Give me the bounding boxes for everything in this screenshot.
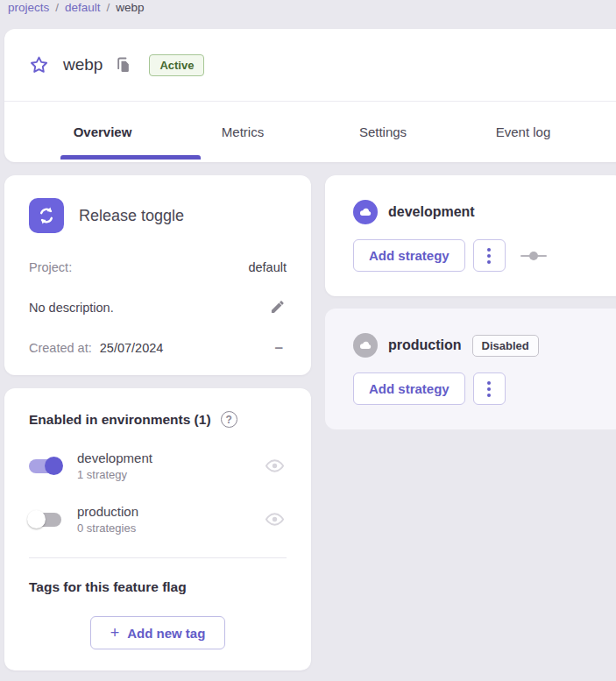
add-strategy-button[interactable]: Add strategy <box>353 239 465 272</box>
environment-card-name: development <box>388 204 475 220</box>
breadcrumb-separator: / <box>107 1 110 14</box>
kebab-menu-button[interactable] <box>473 372 506 405</box>
cloud-icon <box>353 200 378 224</box>
active-tab-indicator <box>60 155 201 160</box>
breadcrumb-projects[interactable]: projects <box>8 1 49 14</box>
help-icon[interactable]: ? <box>221 411 237 428</box>
release-toggle-icon <box>29 198 64 233</box>
environment-row-development: development 1 strategy <box>29 450 287 481</box>
feature-header-card: webp Active Overview Metrics Settings Ev… <box>4 29 616 162</box>
disabled-badge: Disabled <box>472 335 539 357</box>
project-label: Project: <box>29 260 72 274</box>
add-new-tag-button[interactable]: + Add new tag <box>90 616 225 649</box>
project-value: default <box>248 260 287 274</box>
copy-name-icon[interactable] <box>114 55 133 74</box>
breadcrumb-separator: / <box>55 1 59 14</box>
status-badge: Active <box>149 54 204 76</box>
favorite-star-icon[interactable] <box>27 53 50 76</box>
eye-icon[interactable] <box>265 509 285 529</box>
breadcrumb: projects / default / webp <box>8 1 145 14</box>
eye-icon[interactable] <box>265 456 285 476</box>
edit-description-icon[interactable] <box>268 298 287 316</box>
development-toggle[interactable] <box>29 459 61 473</box>
environment-row-production: production 0 strategies <box>29 504 287 535</box>
cloud-icon <box>353 333 378 358</box>
created-label: Created at: <box>29 341 92 355</box>
created-value: 25/07/2024 <box>100 341 164 355</box>
production-environment-card: production Disabled Add strategy <box>325 309 616 429</box>
add-new-tag-label: Add new tag <box>127 626 205 641</box>
breadcrumb-default[interactable]: default <box>65 1 101 14</box>
environment-strategy-count: 1 strategy <box>77 468 265 481</box>
tab-settings[interactable]: Settings <box>313 102 453 162</box>
minus-dash-icon: – <box>275 340 287 355</box>
feature-type-label: Release toggle <box>79 207 184 225</box>
tags-heading: Tags for this feature flag <box>29 579 287 595</box>
plus-icon: + <box>110 624 120 642</box>
environment-card-name: production <box>388 337 462 353</box>
page-title: webp <box>63 55 103 74</box>
environment-strategy-count: 0 strategies <box>77 521 265 535</box>
environments-panel-title: Enabled in environments (1) <box>29 412 211 428</box>
feature-details-card: Release toggle Project: default No descr… <box>4 175 311 375</box>
description-text: No description. <box>29 301 114 315</box>
add-strategy-button[interactable]: Add strategy <box>353 372 465 405</box>
development-environment-card: development Add strategy <box>325 175 616 296</box>
production-toggle[interactable] <box>29 513 61 527</box>
tab-bar: Overview Metrics Settings Event log <box>32 102 616 162</box>
environment-name: development <box>77 450 265 465</box>
environment-name: production <box>77 504 265 519</box>
breadcrumb-current: webp <box>116 1 144 14</box>
tab-overview[interactable]: Overview <box>32 102 173 162</box>
kebab-menu-button[interactable] <box>473 239 506 272</box>
tab-event-log[interactable]: Event log <box>453 102 593 162</box>
rollout-slider-icon <box>520 252 547 260</box>
tab-metrics[interactable]: Metrics <box>173 102 313 162</box>
environments-panel-card: Enabled in environments (1) ? developmen… <box>4 388 311 670</box>
